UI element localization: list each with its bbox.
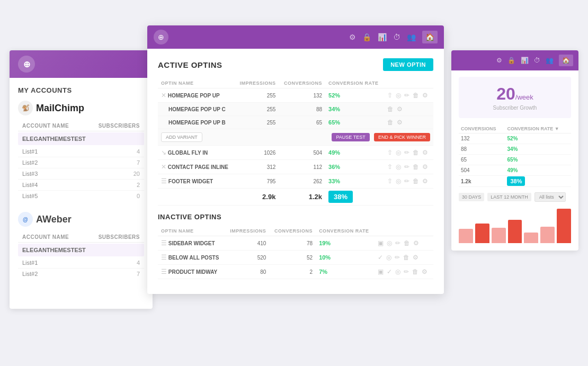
row-actions: ✓ ◎ ✏ 🗑 ⚙	[375, 251, 433, 265]
bar-1	[459, 229, 473, 243]
left-panel-body: MY ACCOUNTS 🐒 MailChimp ACCOUNT NAME SUB…	[10, 78, 153, 298]
stats-icon[interactable]: ◎	[396, 163, 401, 171]
list-item[interactable]: List#4 2	[18, 180, 144, 191]
delete-icon[interactable]: 🗑	[387, 105, 394, 113]
conversions-cell: 52	[269, 251, 316, 265]
my-accounts-title: MY ACCOUNTS	[18, 86, 144, 94]
clock-icon[interactable]: ⏱	[393, 33, 400, 41]
chart-icon[interactable]: 📊	[378, 33, 387, 41]
home-icon[interactable]: 🏠	[559, 55, 573, 66]
mailchimp-logo-row: 🐒 MailChimp	[18, 101, 144, 115]
metric-value: 20	[496, 84, 515, 103]
center-nav: ⊕ ⚙ 🔒 📊 ⏱ 👥 🏠	[147, 25, 444, 49]
impressions-cell: 255	[235, 116, 279, 129]
left-panel-header: ⊕	[10, 50, 153, 78]
gear-icon[interactable]: ⚙	[349, 33, 356, 41]
edit-icon[interactable]: ✏	[404, 268, 409, 275]
settings-icon[interactable]: ⚙	[413, 254, 418, 261]
delete-icon[interactable]: 🗑	[413, 163, 419, 171]
totals-row: 2.9k 1.2k 38%	[158, 189, 433, 206]
list-item[interactable]: List#2 7	[18, 157, 144, 168]
add-variant-button[interactable]: ADD VARIANT	[161, 132, 202, 142]
bar-chart	[459, 207, 571, 244]
list-item[interactable]: List#5 0	[18, 191, 144, 201]
right-panel: ⚙ 🔒 📊 ⏱ 👥 🏠 20/week Subscriber Growth CO…	[451, 50, 578, 251]
stats-icon[interactable]: ◎	[396, 149, 401, 156]
edit-icon[interactable]: ✏	[395, 239, 400, 247]
clock-icon[interactable]: ⏱	[534, 57, 540, 64]
settings-icon[interactable]: ⚙	[397, 119, 403, 126]
stats-icon[interactable]: ◎	[396, 177, 401, 185]
share-icon[interactable]: ⇧	[387, 92, 393, 99]
aweber-account-name[interactable]: ELEGANTHEMESTEST	[18, 244, 144, 256]
list-count: 4	[137, 260, 140, 266]
conversions-cell: 504	[279, 146, 325, 160]
impressions-cell: 255	[235, 103, 279, 116]
table-row: ☰ SIDEBAR WIDGET 410 78 19% ▣ ◎ ✏ 🗑 ⚙	[158, 236, 433, 251]
list-item[interactable]: List#3 20	[18, 168, 144, 180]
users-icon[interactable]: 👥	[407, 33, 416, 41]
edit-icon[interactable]: ✏	[395, 254, 400, 261]
delete-icon[interactable]: 🗑	[413, 177, 419, 185]
share-icon[interactable]: ⇧	[387, 177, 393, 185]
edit-icon[interactable]: ✏	[404, 177, 409, 185]
rate-value: 49%	[505, 165, 571, 176]
table-row: HOMEPAGE POP UP B 255 65 65% 🗑 ⚙	[158, 116, 433, 129]
delete-icon[interactable]: 🗑	[413, 92, 419, 99]
lists-filter-select[interactable]: All lists	[534, 192, 566, 202]
edit-icon[interactable]: ✏	[404, 149, 409, 156]
row-actions: ⇧ ◎ ✏ 🗑 ⚙	[384, 174, 433, 189]
bar-4	[508, 220, 522, 243]
list-name: List#5	[22, 193, 38, 199]
30-days-filter-button[interactable]: 30 DAYS	[459, 193, 484, 201]
mailchimp-account-name-label: ACCOUNT NAME	[22, 123, 99, 129]
settings-icon[interactable]: ⚙	[422, 177, 428, 185]
check-icon[interactable]: ✓	[387, 268, 392, 275]
totals-rate-value: 38%	[507, 176, 525, 186]
delete-icon[interactable]: 🗑	[413, 149, 419, 156]
settings-icon[interactable]: ⚙	[422, 92, 428, 99]
list-item[interactable]: List#1 4	[18, 146, 144, 157]
new-optin-button[interactable]: NEW OPTIN	[383, 58, 433, 71]
mailchimp-logo: 🐒 MailChimp	[18, 101, 84, 115]
list-item[interactable]: List#1 4	[18, 257, 144, 269]
activate-icon[interactable]: ▣	[378, 239, 384, 247]
delete-icon[interactable]: 🗑	[412, 268, 418, 275]
bar-2	[475, 224, 489, 243]
gear-icon[interactable]: ⚙	[496, 57, 502, 64]
lock-icon[interactable]: 🔒	[507, 57, 515, 64]
list-item[interactable]: List#2 7	[18, 269, 144, 279]
aweber-account-block: @ AWeber ACCOUNT NAME SUBSCRIBERS ELEGAN…	[18, 212, 144, 279]
rate-value: 33%	[328, 178, 340, 184]
stats-icon[interactable]: ◎	[396, 92, 401, 99]
settings-icon[interactable]: ⚙	[422, 268, 427, 275]
chart-icon[interactable]: 📊	[521, 57, 529, 64]
stats-icon[interactable]: ◎	[387, 239, 392, 247]
home-icon[interactable]: 🏠	[422, 31, 438, 43]
pause-test-button[interactable]: PAUSE TEST	[332, 133, 369, 141]
aweber-name: AWeber	[36, 214, 72, 225]
stats-icon[interactable]: ◎	[395, 268, 400, 275]
end-pick-winner-button[interactable]: END & PICK WINNER	[374, 133, 430, 141]
rate-green: 52%	[507, 136, 518, 141]
share-icon[interactable]: ⇧	[387, 149, 393, 156]
lock-icon[interactable]: 🔒	[362, 33, 371, 41]
row-actions: ⇧ ◎ ✏ 🗑 ⚙	[384, 88, 433, 103]
edit-icon[interactable]: ✏	[404, 163, 409, 171]
active-optins-header-row: OPTIN NAME IMPRESSIONS CONVERSIONS CONVE…	[158, 78, 433, 88]
edit-icon[interactable]: ✏	[404, 92, 409, 99]
check-icon[interactable]: ✓	[378, 254, 383, 261]
activate-icon[interactable]: ▣	[378, 268, 384, 275]
delete-icon[interactable]: 🗑	[403, 254, 409, 261]
mailchimp-account-name[interactable]: ELEGANTHEMESTEST	[18, 132, 144, 145]
users-icon[interactable]: 👥	[546, 57, 554, 64]
settings-icon[interactable]: ⚙	[413, 239, 419, 247]
settings-icon[interactable]: ⚙	[397, 105, 403, 113]
12-month-filter-button[interactable]: LAST 12 MONTH	[487, 193, 531, 201]
settings-icon[interactable]: ⚙	[422, 163, 428, 171]
settings-icon[interactable]: ⚙	[422, 149, 428, 156]
delete-icon[interactable]: 🗑	[387, 119, 394, 126]
stats-icon[interactable]: ◎	[386, 254, 391, 261]
share-icon[interactable]: ⇧	[387, 163, 393, 171]
delete-icon[interactable]: 🗑	[404, 239, 410, 247]
